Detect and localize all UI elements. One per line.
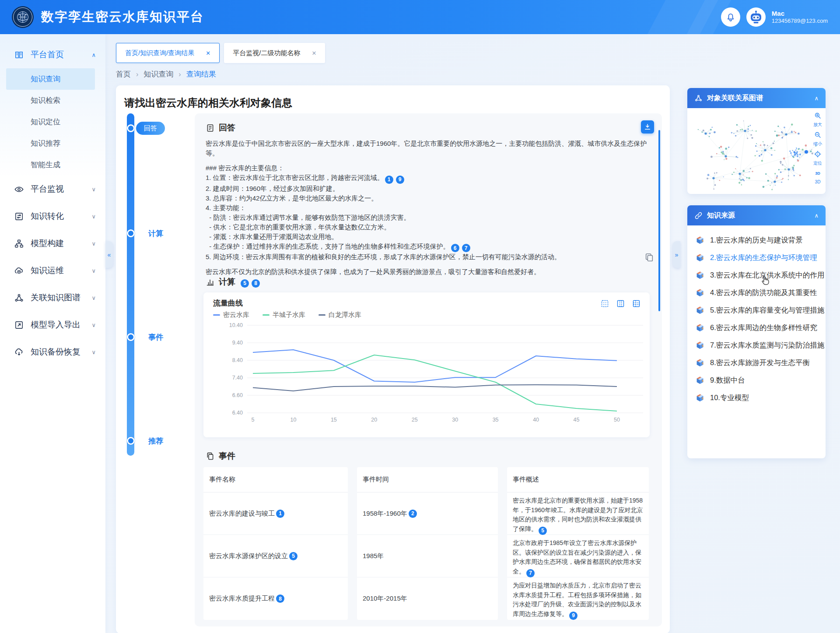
answer-text: 3. 总库容：约为42亿立方米，是华北地区最大的水库之一。 (206, 194, 378, 202)
source-item[interactable]: 3.密云水库在北京供水系统中的作用 (687, 267, 826, 284)
cube-icon (695, 236, 710, 245)
tab-close-icon[interactable]: ✕ (312, 50, 316, 56)
chart-layout-rows-icon[interactable] (632, 299, 641, 308)
relation-graph-header[interactable]: 对象关联关系图谱 ∧ (687, 88, 826, 108)
knowledge-cube-icon (695, 341, 705, 350)
graph-tool-放大[interactable]: 放大 (813, 112, 822, 128)
reference-badge[interactable]: 2 (409, 510, 417, 518)
sidebar-item-模型导入导出[interactable]: 模型导入导出∨ (0, 311, 105, 338)
sidebar-subitem-label: 知识定位 (31, 117, 60, 127)
reference-badge[interactable]: 8 (252, 279, 260, 288)
knowledge-sources-header[interactable]: 知识来源 ∧ (687, 205, 826, 225)
reference-badge[interactable]: 9 (396, 176, 404, 184)
breadcrumb-item[interactable]: 查询结果 (186, 69, 216, 79)
event-cell: 北京市政府于1985年设立了密云水库水源保护区。该保护区的设立旨在减少污染源的进… (507, 535, 649, 577)
answer-line: ### 密云水库的主要信息： (206, 163, 649, 173)
timeline-step-事件[interactable]: 事件 (148, 332, 163, 342)
legend-label: 白龙潭水库 (329, 311, 361, 319)
sidebar-subitem-知识定位[interactable]: 知识定位 (6, 111, 95, 133)
reference-badge[interactable]: 1 (385, 176, 393, 184)
graph-tool-定位[interactable]: 定位 (813, 150, 822, 166)
source-item[interactable]: 4.密云水库的防洪功能及其重要性 (687, 284, 826, 302)
legend-swatch (318, 314, 326, 316)
sidebar-subitem-知识推荐[interactable]: 知识推荐 (6, 133, 95, 154)
svg-text:15: 15 (331, 417, 337, 423)
collapse-panel-icon[interactable]: ∧ (814, 95, 819, 102)
event-cell: 2010年-2015年 (357, 577, 498, 620)
reference-badge[interactable]: 1 (276, 510, 284, 518)
avatar[interactable] (746, 7, 766, 27)
sidebar-subitem-知识检索[interactable]: 知识检索 (6, 90, 95, 111)
source-item[interactable]: 8.密云水库旅游开发与生态平衡 (687, 354, 826, 372)
chart-layout-columns-icon[interactable] (616, 299, 625, 308)
chart-toolbar (600, 299, 641, 308)
sidebar-item-知识转化[interactable]: 知识转化∨ (0, 203, 105, 230)
graph-tool-缩小[interactable]: 缩小 (813, 131, 822, 147)
legend-item-白龙潭水库[interactable]: 白龙潭水库 (318, 311, 361, 319)
sidebar-collapse-handle[interactable]: « (105, 241, 113, 268)
source-item[interactable]: 7.密云水库水质监测与污染防治措施 (687, 337, 826, 354)
source-item[interactable]: 1.密云水库的历史与建设背景 (687, 232, 826, 249)
sidebar-subitem-label: 知识推荐 (31, 138, 60, 148)
copy-answer-button[interactable] (644, 253, 654, 262)
breadcrumb-item[interactable]: 知识查询 (144, 69, 173, 79)
tab[interactable]: 首页/知识查询/查询结果✕ (116, 43, 220, 63)
sidebar-item-知识运维[interactable]: 知识运维∨ (0, 257, 105, 284)
timeline-step-回答[interactable]: 回答 (136, 122, 165, 135)
breadcrumb-item[interactable]: 首页 (116, 69, 131, 79)
source-item[interactable]: 2.密云水库的生态保护与环境管理 (687, 249, 826, 267)
sidebar-item-平台首页[interactable]: 平台首页∧ (0, 41, 105, 68)
knowledge-cube-icon (695, 323, 705, 333)
download-answer-button[interactable] (641, 120, 654, 134)
reference-badge[interactable]: 5 (289, 552, 298, 560)
reference-badge[interactable]: 9 (569, 612, 578, 620)
sidebar-item-模型构建[interactable]: 模型构建∨ (0, 230, 105, 257)
sidebar-subitem-智能生成[interactable]: 智能生成 (6, 154, 95, 176)
knowledge-sources-title: 知识来源 (707, 211, 814, 220)
source-item[interactable]: 10.专业模型 (687, 389, 826, 407)
notification-button[interactable] (721, 7, 740, 27)
timeline-node[interactable] (127, 124, 135, 132)
tab[interactable]: 平台监视/二级功能名称✕ (224, 43, 325, 63)
timeline-step-推荐[interactable]: 推荐 (148, 436, 163, 446)
sidebar-item-平台监视[interactable]: 平台监视∨ (0, 176, 105, 203)
knowledge-network-graph[interactable] (687, 108, 819, 194)
sidebar-nav: 平台首页∧知识查询知识检索知识定位知识推荐智能生成平台监视∨知识转化∨模型构建∨… (0, 41, 105, 366)
source-item[interactable]: 9.数据中台 (687, 372, 826, 389)
reference-badge[interactable]: 6 (451, 244, 459, 252)
chevron-down-icon: ∨ (91, 240, 96, 247)
cube-icon (695, 323, 710, 333)
source-item[interactable]: 5.密云水库的库容量变化与管理措施 (687, 302, 826, 319)
graph-tool-3D[interactable]: 3D3D (814, 169, 822, 184)
timeline-node[interactable] (127, 437, 135, 445)
legend-item-半城子水库[interactable]: 半城子水库 (262, 311, 305, 319)
sidebar-item-知识备份恢复[interactable]: 知识备份恢复∨ (0, 338, 105, 366)
events-column: 事件名称密云水库的建设与竣工1密云水库水源保护区的设立5密云水库水质提升工程8 (203, 467, 348, 620)
reference-badge[interactable]: 5 (241, 279, 249, 288)
source-item[interactable]: 6.密云水库周边的生物多样性研究 (687, 319, 826, 337)
source-item-label: 4.密云水库的防洪功能及其重要性 (710, 288, 817, 298)
timeline-node[interactable] (127, 229, 135, 237)
chart-layout-grid-icon[interactable] (600, 299, 609, 308)
answer-scrollbar[interactable] (658, 130, 660, 311)
source-item-label: 5.密云水库的库容量变化与管理措施 (710, 306, 824, 315)
svg-text:8.40: 8.40 (232, 357, 243, 363)
sidebar-subitem-知识查询[interactable]: 知识查询 (6, 68, 95, 90)
tab-close-icon[interactable]: ✕ (206, 50, 210, 56)
legend-item-密云水库[interactable]: 密云水库 (213, 311, 249, 319)
reference-badge[interactable]: 8 (276, 594, 284, 603)
graph-icon (14, 293, 24, 303)
sidebar-item-关联知识图谱[interactable]: 关联知识图谱∨ (0, 284, 105, 311)
events-column: 事件时间1958年-1960年21985年2010年-2015年 (357, 467, 498, 620)
timeline-node[interactable] (127, 333, 135, 341)
rightbar-collapse-handle[interactable]: » (673, 241, 680, 268)
events-column-header: 事件名称 (203, 467, 348, 492)
timeline-step-计算[interactable]: 计算 (148, 229, 163, 239)
svg-text:25: 25 (412, 417, 418, 423)
source-item-label: 7.密云水库水质监测与污染防治措施 (710, 341, 824, 350)
user-info[interactable]: Mac 123456789@123.com (772, 9, 828, 25)
reference-badge[interactable]: 7 (526, 569, 535, 577)
reference-badge[interactable]: 5 (539, 527, 547, 535)
reference-badge[interactable]: 7 (462, 244, 470, 252)
collapse-panel-icon[interactable]: ∧ (814, 212, 819, 219)
